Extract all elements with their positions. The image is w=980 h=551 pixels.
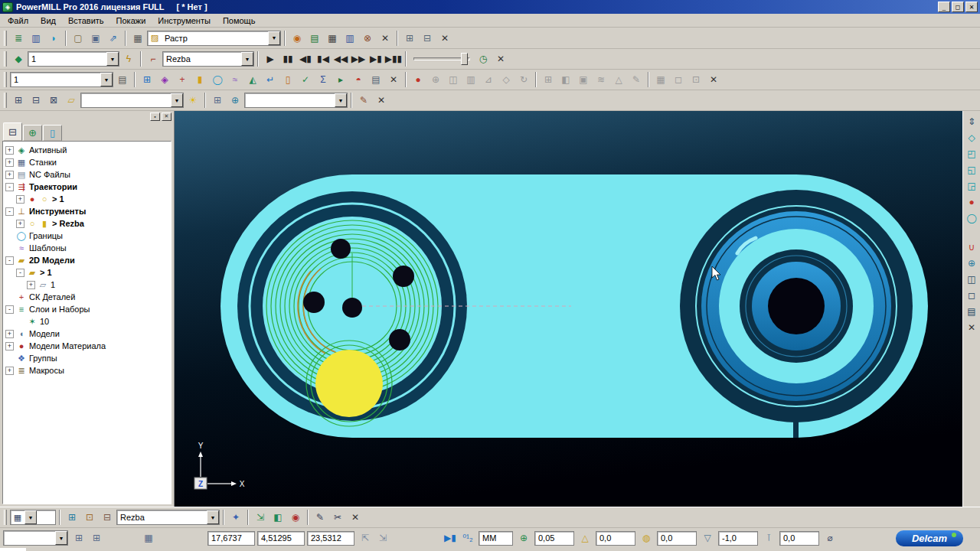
tree-expander[interactable]: -	[5, 183, 14, 191]
blank-view-icon[interactable]: ◻	[670, 71, 687, 88]
strategy-combo[interactable]: ▨ Растр ▼	[147, 31, 281, 46]
tolerance-field[interactable]: 0,05	[534, 531, 574, 546]
tree-expander[interactable]: -	[16, 269, 24, 277]
iso-view-icon[interactable]: ◇	[964, 130, 979, 145]
plugin-toolbar-close-icon[interactable]: ✕	[436, 30, 453, 47]
grid-a-icon[interactable]: ⊞	[10, 92, 27, 109]
toolpath-combo[interactable]: 1 ▼	[10, 72, 113, 87]
menu-Покажи[interactable]: Покажи	[110, 15, 152, 27]
tree-item[interactable]: -⇶Траектории	[3, 181, 171, 193]
tree-expander[interactable]: +	[5, 146, 14, 155]
sim-tool-combo[interactable]: Rezba ▼	[162, 51, 254, 67]
simulation-entity-icon[interactable]: ◆	[10, 51, 27, 67]
digits-mini-icon[interactable]: ⁰¹₂	[459, 530, 476, 546]
diameter-icon[interactable]: ⌀	[822, 530, 838, 546]
tree-item[interactable]: ✶10	[3, 315, 171, 328]
folder-icon[interactable]: ▱	[63, 92, 80, 109]
sim-clock-icon[interactable]: ◷	[475, 51, 492, 67]
workplane-view-icon[interactable]: ◫	[964, 272, 979, 287]
sim-slider-thumb[interactable]	[461, 53, 468, 65]
mirror-icon[interactable]: ◧	[557, 71, 574, 88]
toolpath-combo-arrow[interactable]: ▼	[100, 73, 113, 86]
tree-item[interactable]: +СК Деталей	[3, 291, 171, 303]
block-create-icon[interactable]: ⊞	[64, 509, 80, 526]
pause-button[interactable]: ▮▮	[279, 51, 296, 67]
layers-view-icon[interactable]: ▤	[964, 304, 979, 319]
pattern-create-icon[interactable]: ≈	[227, 71, 243, 88]
tree-item[interactable]: +●○> 1	[3, 193, 171, 205]
tree-item[interactable]: +●Модели Материала	[3, 340, 171, 352]
pour-check-icon[interactable]: ◗	[45, 30, 62, 47]
coord-y-field[interactable]: 4,51295	[257, 531, 305, 546]
minimize-button[interactable]: _	[938, 2, 950, 12]
viewmill-icon[interactable]: ◓	[350, 71, 367, 88]
tree-item[interactable]: +▱1	[3, 279, 171, 291]
axis-z-icon[interactable]: ⊺	[760, 530, 777, 546]
shade-mode-icon[interactable]: ◧	[270, 509, 286, 526]
angle-icon[interactable]: △	[577, 530, 593, 546]
to-start-button[interactable]: ▮◀	[315, 51, 332, 67]
tree-expander[interactable]: +	[5, 367, 14, 375]
block-combo-arrow[interactable]: ▼	[24, 510, 37, 524]
zoom-box-icon[interactable]: ◻	[964, 288, 979, 303]
tree-expander[interactable]: -	[5, 305, 14, 314]
bottom-tool-combo[interactable]: Rezba ▼	[116, 510, 220, 525]
tree-item[interactable]: -▰> 1	[3, 266, 171, 279]
step-forward-button[interactable]: ▶▮	[368, 51, 384, 67]
tree-item[interactable]: ≈Шаблоны	[3, 242, 171, 254]
tree-expander[interactable]: +	[5, 342, 14, 350]
step-back-button[interactable]: ◀▮	[297, 51, 314, 67]
magnet-icon[interactable]: ∪	[964, 240, 979, 255]
explorer-tab[interactable]: ⊟	[3, 122, 22, 141]
view-rail-close-icon[interactable]: ✕	[964, 320, 979, 335]
verify-icon[interactable]: ✓	[297, 71, 314, 88]
bottom-tool-combo-arrow[interactable]: ▼	[207, 510, 219, 524]
viewport-canvas[interactable]: Z Y X	[175, 111, 962, 507]
tree-item[interactable]: +≣Макросы	[3, 364, 171, 377]
tree-item[interactable]: -▰2D Модели	[3, 254, 171, 266]
tree-expander[interactable]: +	[5, 330, 14, 338]
zlevel-strategy-icon[interactable]: ▤	[306, 30, 323, 47]
feature-set-icon[interactable]: ◭	[244, 71, 261, 88]
reorder-icon[interactable]: ↻	[515, 71, 532, 88]
world-icon[interactable]: ⊕	[227, 92, 243, 109]
front-view-icon[interactable]: ◱	[964, 162, 979, 178]
elevation-field[interactable]: -1,0	[718, 531, 758, 546]
ncprogram-icon[interactable]: ▤	[368, 71, 384, 88]
point-pick-icon[interactable]: ◉	[287, 509, 304, 526]
feeds-icon[interactable]: ≋	[593, 71, 609, 88]
calculator-icon[interactable]: ▦	[129, 30, 146, 47]
tool-wrench-icon[interactable]: ⌐	[145, 51, 162, 67]
tree-item[interactable]: +◈Активный	[3, 144, 171, 156]
annotate-icon[interactable]: ✎	[355, 92, 372, 109]
tool-holder-icon[interactable]: ▯	[279, 71, 296, 88]
sim-toolpath-combo-arrow[interactable]: ▼	[106, 52, 119, 66]
leads-links-icon[interactable]: ↵	[262, 71, 279, 88]
sim-toolpath-combo[interactable]: 1 ▼	[28, 51, 119, 67]
azimuth-field[interactable]: 0,0	[657, 531, 697, 546]
status-combo-arrow[interactable]: ▼	[55, 531, 67, 545]
tree-item[interactable]: +◖Модели	[3, 328, 171, 340]
panel-pin-icon[interactable]: ▪	[150, 112, 160, 121]
tree-item[interactable]: +▤NC Файлы	[3, 168, 171, 181]
close-button[interactable]: ✕	[965, 2, 978, 12]
tree-expander[interactable]: +	[27, 281, 35, 289]
pick-mode-icon[interactable]: ⊞	[88, 530, 105, 546]
view-combo-1[interactable]: ▼	[80, 93, 184, 108]
sim-progress-slider[interactable]	[413, 52, 470, 66]
tree-expander[interactable]: +	[5, 158, 14, 167]
tree-item[interactable]: -≡Слои и Наборы	[3, 303, 171, 315]
status-combo[interactable]: ▼	[3, 530, 68, 546]
view-combo-1-arrow[interactable]: ▼	[171, 93, 183, 107]
panel-close-icon[interactable]: ✕	[162, 112, 172, 121]
toolbar-handle[interactable]	[4, 72, 7, 87]
notes-icon[interactable]: △	[610, 71, 627, 88]
toolbar-handle[interactable]	[4, 31, 7, 46]
tree-item[interactable]: -⊥Инструменты	[3, 205, 171, 217]
fast-back-button[interactable]: ◀◀	[332, 51, 349, 67]
strategies-icon[interactable]: ◉	[289, 30, 305, 47]
edit-toolpath-icon[interactable]: ▥	[462, 71, 479, 88]
right-view-icon[interactable]: ◲	[964, 178, 979, 194]
tree-expander[interactable]: -	[5, 256, 14, 265]
grid-c-icon[interactable]: ⊠	[45, 92, 62, 109]
